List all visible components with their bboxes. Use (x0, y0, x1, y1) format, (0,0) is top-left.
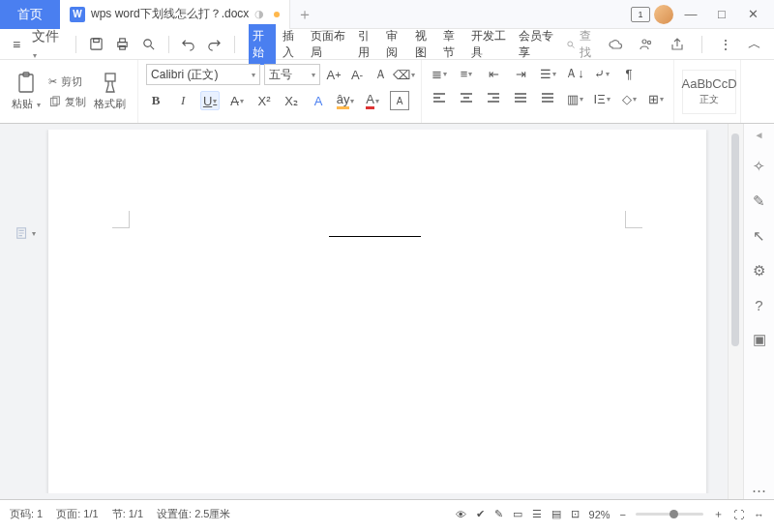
zoom-out-button[interactable]: − (620, 509, 626, 520)
cloud-icon[interactable] (605, 37, 626, 52)
settings-slider-icon[interactable]: ⚙ (753, 262, 765, 280)
tab-pagelayout[interactable]: 页面布局 (307, 24, 352, 65)
text-direction-button[interactable]: IΞ▾ (592, 89, 611, 108)
fit-page-icon[interactable]: ⊡ (571, 508, 580, 520)
redo-icon[interactable] (204, 37, 224, 51)
highlight-button[interactable]: ây▾ (336, 91, 355, 110)
format-painter-button[interactable]: 格式刷 (90, 70, 130, 113)
underline-button[interactable]: U▾ (200, 91, 220, 110)
underline-text (329, 236, 421, 237)
status-position[interactable]: 设置值: 2.5厘米 (157, 507, 230, 521)
zoom-label[interactable]: 92% (589, 509, 610, 520)
select-icon[interactable]: ↖ (753, 227, 765, 245)
borders-button[interactable]: ⊞▾ (646, 89, 666, 108)
decrease-indent-button[interactable]: ⇤ (484, 64, 503, 83)
show-marks-button[interactable]: ⤶▾ (592, 64, 611, 83)
align-left-button[interactable] (430, 89, 449, 108)
tab-references[interactable]: 引用 (354, 24, 380, 65)
status-page-no[interactable]: 页码: 1 (10, 507, 43, 521)
undo-icon[interactable] (178, 37, 198, 51)
tab-devtools[interactable]: 开发工具 (467, 24, 513, 65)
strikethrough-button[interactable]: A̶▾ (227, 91, 247, 110)
increase-indent-button[interactable]: ⇥ (511, 64, 530, 83)
font-size-select[interactable]: 五号▾ (264, 64, 320, 85)
beautify-icon[interactable]: ✧ (753, 158, 765, 175)
page[interactable] (48, 130, 706, 493)
export-icon[interactable] (667, 37, 688, 52)
tab-start[interactable]: 开始 (249, 24, 275, 65)
best-fit-icon[interactable]: ↔ (754, 509, 764, 520)
print-preview-icon[interactable] (138, 37, 159, 51)
app-menu-icon[interactable]: ≡ (10, 37, 23, 52)
italic-button[interactable]: I (173, 91, 193, 110)
clear-format-button[interactable]: ⌫▾ (394, 65, 413, 84)
tab-insert[interactable]: 插入 (279, 24, 305, 65)
font-color-button[interactable]: A▾ (363, 91, 382, 110)
line-spacing-button[interactable]: ☰▾ (538, 64, 557, 83)
status-section[interactable]: 节: 1/1 (112, 507, 143, 521)
outline-view-icon[interactable]: ▤ (551, 508, 561, 520)
toolbox-icon[interactable]: ▣ (753, 331, 766, 348)
reading-view-icon[interactable]: 👁 (456, 509, 466, 520)
avatar[interactable] (654, 5, 673, 24)
collapse-ribbon-icon[interactable]: ︿ (745, 36, 764, 53)
outline-handle-icon[interactable]: ▾ (15, 226, 36, 240)
numbering-button[interactable]: ≡▾ (457, 64, 476, 83)
columns-button[interactable]: ▥▾ (565, 89, 584, 108)
style-normal[interactable]: AaBbCcD 正文 (682, 70, 736, 114)
bullets-button[interactable]: ≣▾ (430, 64, 449, 83)
zoom-in-button[interactable]: ＋ (713, 507, 724, 521)
share-users-icon[interactable] (636, 37, 657, 52)
text-effects-button[interactable]: A (309, 91, 328, 110)
copy-button[interactable]: 复制 (48, 95, 86, 109)
close-button[interactable]: ✕ (739, 1, 766, 28)
more-panels-icon[interactable]: ⋯ (752, 482, 766, 499)
font-name-select[interactable]: Calibri (正文)▾ (146, 64, 260, 85)
file-menu[interactable]: 文件 ▾ (29, 28, 65, 61)
sidepanel-toggle-icon[interactable]: ◄ (755, 130, 764, 140)
grow-font-button[interactable]: A+ (324, 65, 343, 84)
shading-button[interactable]: ◇▾ (619, 89, 639, 108)
align-right-button[interactable] (484, 89, 503, 108)
align-center-button[interactable] (457, 89, 476, 108)
document-canvas[interactable]: ▾ (10, 130, 724, 493)
more-icon[interactable]: ⋮ (716, 37, 735, 52)
minimize-button[interactable]: ― (677, 1, 704, 28)
svg-point-7 (568, 41, 573, 45)
distribute-button[interactable] (538, 89, 557, 108)
status-page-of[interactable]: 页面: 1/1 (56, 507, 98, 521)
paste-button[interactable]: 粘贴 ▾ (8, 70, 45, 113)
scrollbar-thumb[interactable] (731, 133, 739, 346)
page-layout-view-icon[interactable]: ▭ (513, 508, 522, 520)
paragraph-marks-button[interactable]: ¶ (619, 64, 639, 83)
spellcheck-icon[interactable]: ✔ (476, 508, 485, 520)
search-input[interactable]: 查找 (566, 28, 595, 61)
shrink-font-button[interactable]: A- (347, 65, 367, 84)
superscript-button[interactable]: X² (254, 91, 274, 110)
web-layout-view-icon[interactable]: ☰ (532, 508, 542, 520)
bold-button[interactable]: B (146, 91, 165, 110)
sort-button[interactable]: Ａ↓ (565, 64, 584, 83)
svg-rect-0 (90, 39, 101, 49)
tab-member[interactable]: 会员专享 (515, 24, 560, 65)
copy-icon (48, 96, 61, 108)
subscript-button[interactable]: X₂ (282, 91, 301, 110)
char-shading-button[interactable]: A (390, 91, 409, 110)
save-icon[interactable] (86, 37, 106, 51)
zoom-slider[interactable] (636, 513, 703, 516)
home-tab[interactable]: 首页 (0, 0, 60, 29)
change-case-button[interactable]: Ａ (371, 65, 390, 84)
cut-button[interactable]: ✂剪切 (48, 74, 86, 89)
tab-view[interactable]: 视图 (411, 24, 437, 65)
tab-review[interactable]: 审阅 (382, 24, 408, 65)
fullscreen-icon[interactable]: ⛶ (733, 509, 744, 520)
notification-badge[interactable]: 1 (631, 7, 650, 22)
align-justify-button[interactable] (511, 89, 530, 108)
maximize-button[interactable]: □ (708, 1, 735, 28)
edit-icon[interactable]: ✎ (753, 192, 765, 210)
pen-mode-icon[interactable]: ✎ (494, 508, 503, 520)
help-icon[interactable]: ? (755, 297, 762, 313)
print-icon[interactable] (112, 37, 133, 51)
tab-section[interactable]: 章节 (439, 24, 465, 65)
vertical-scrollbar[interactable] (728, 124, 743, 499)
